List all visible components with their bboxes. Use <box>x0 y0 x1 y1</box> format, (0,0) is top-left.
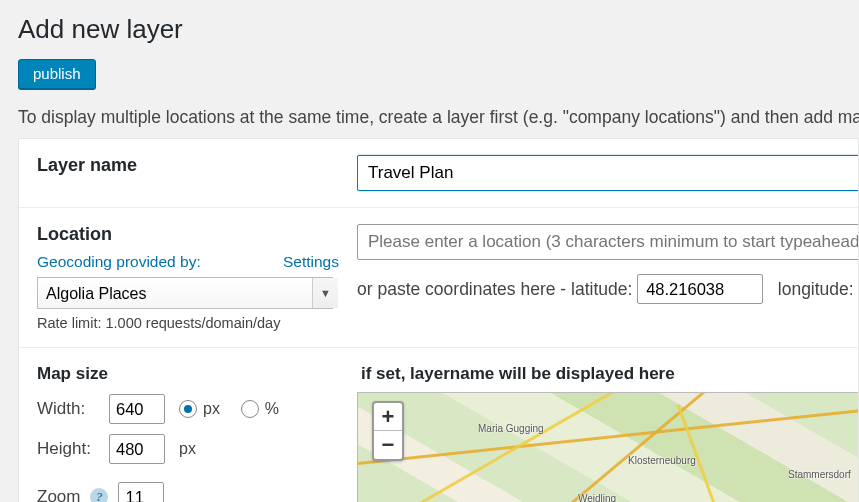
geocoding-settings-link[interactable]: Settings <box>283 253 339 271</box>
mapsize-label: Map size <box>37 364 339 384</box>
rate-limit-text: Rate limit: 1.000 requests/domain/day <box>37 315 339 331</box>
height-input[interactable] <box>109 434 165 464</box>
width-unit-px-radio[interactable] <box>179 400 197 418</box>
width-unit-px-label: px <box>203 400 220 418</box>
map-label-klosterneuburg: Klosterneuburg <box>628 455 696 466</box>
width-unit-pct-label: % <box>265 400 279 418</box>
map-label-stammersdorf: Stammersdorf <box>788 469 851 480</box>
coord-prefix-text: or paste coordinates here - latitude: <box>357 279 632 299</box>
geocoding-provider-label: Geocoding provided by: <box>37 253 201 271</box>
height-unit-label: px <box>179 440 196 458</box>
zoom-input[interactable] <box>118 482 164 502</box>
help-icon[interactable]: ? <box>90 488 108 502</box>
page-title: Add new layer <box>18 14 859 45</box>
layer-form-panel: Layer name Location Geocoding provided b… <box>18 138 859 502</box>
layername-input[interactable] <box>357 155 858 191</box>
intro-text: To display multiple locations at the sam… <box>18 107 859 128</box>
map-preview[interactable]: Klosterneuburg Stammersdorf Weidling Mar… <box>357 392 858 502</box>
geocoding-provider-select[interactable]: Algolia Places <box>37 277 333 309</box>
map-title-placeholder: if set, layername will be displayed here <box>357 364 858 392</box>
latitude-input[interactable] <box>637 274 763 304</box>
longitude-label: longitude: <box>778 279 854 299</box>
width-label: Width: <box>37 399 109 419</box>
zoom-label: Zoom <box>37 487 80 502</box>
map-zoom-out-button[interactable]: − <box>374 431 402 459</box>
width-input[interactable] <box>109 394 165 424</box>
map-label-maria-gugging: Maria Gugging <box>478 423 544 434</box>
location-input[interactable] <box>357 224 858 260</box>
height-label: Height: <box>37 439 109 459</box>
location-label: Location <box>37 224 339 245</box>
layername-label: Layer name <box>37 155 339 176</box>
map-zoom-in-button[interactable]: + <box>374 403 402 431</box>
map-label-weidling: Weidling <box>578 493 616 502</box>
publish-button[interactable]: publish <box>18 59 96 89</box>
width-unit-pct-radio[interactable] <box>241 400 259 418</box>
map-zoom-control: + − <box>372 401 404 461</box>
